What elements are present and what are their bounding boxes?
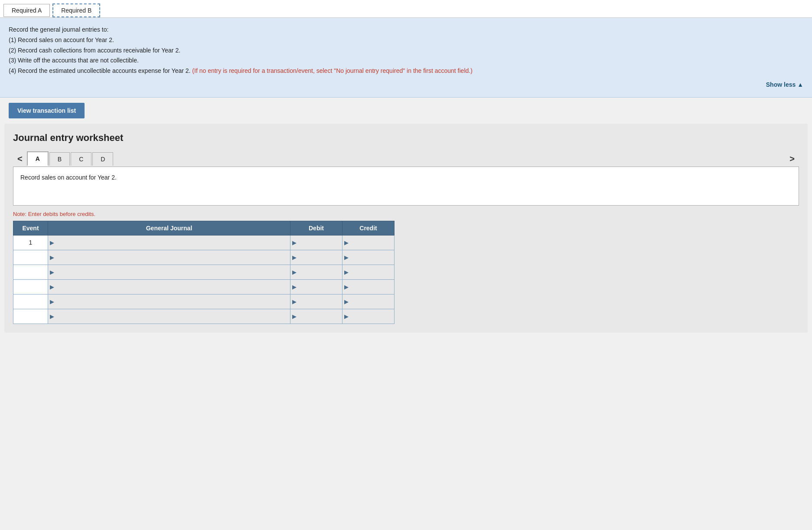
table-row: ▶▶▶ <box>13 250 395 265</box>
instruction-item-2: (2) Record cash collections from account… <box>9 46 803 56</box>
credit-arrow-icon: ▶ <box>342 269 349 275</box>
cell-journal[interactable]: ▶ <box>48 309 290 324</box>
cell-event <box>13 265 48 279</box>
journal-arrow-icon: ▶ <box>48 284 54 290</box>
credit-input[interactable] <box>349 309 394 324</box>
cell-credit[interactable]: ▶ <box>342 279 395 294</box>
credit-arrow-icon: ▶ <box>342 313 349 320</box>
credit-input[interactable] <box>349 250 394 265</box>
debit-arrow-icon: ▶ <box>290 284 297 290</box>
debit-arrow-icon: ▶ <box>290 313 297 320</box>
col-general-journal: General Journal <box>48 221 290 235</box>
cell-debit[interactable]: ▶ <box>290 265 342 279</box>
cell-credit[interactable]: ▶ <box>342 250 395 265</box>
cell-event: 1 <box>13 235 48 250</box>
journal-arrow-icon: ▶ <box>48 269 54 275</box>
credit-input[interactable] <box>349 294 394 309</box>
instruction-red-note: (If no entry is required for a transacti… <box>192 67 472 74</box>
debit-arrow-icon: ▶ <box>290 254 297 261</box>
tab-required-b[interactable]: Required B <box>52 3 100 17</box>
view-transaction-button[interactable]: View transaction list <box>9 103 85 118</box>
credit-input[interactable] <box>349 265 394 279</box>
credit-input[interactable] <box>349 280 394 294</box>
cell-debit[interactable]: ▶ <box>290 250 342 265</box>
cell-journal[interactable]: ▶ <box>48 235 290 250</box>
journal-input[interactable] <box>54 236 290 250</box>
debit-input[interactable] <box>297 280 342 294</box>
cell-journal[interactable]: ▶ <box>48 279 290 294</box>
worksheet-container: Journal entry worksheet < A B C D > Reco… <box>4 124 808 333</box>
entry-tab-a[interactable]: A <box>27 151 49 166</box>
credit-input[interactable] <box>349 236 394 250</box>
debit-arrow-icon: ▶ <box>290 298 297 305</box>
table-header-row: Event General Journal Debit Credit <box>13 221 395 235</box>
credit-arrow-icon: ▶ <box>342 254 349 261</box>
col-debit: Debit <box>290 221 342 235</box>
cell-event <box>13 309 48 324</box>
debit-arrow-icon: ▶ <box>290 269 297 275</box>
cell-debit[interactable]: ▶ <box>290 235 342 250</box>
credit-arrow-icon: ▶ <box>342 239 349 246</box>
journal-arrow-icon: ▶ <box>48 254 54 261</box>
debit-input[interactable] <box>297 250 342 265</box>
table-row: ▶▶▶ <box>13 279 395 294</box>
entry-tabs-row: < A B C D > <box>13 151 799 167</box>
entry-tab-d[interactable]: D <box>92 152 113 166</box>
table-row: 1▶▶▶ <box>13 235 395 250</box>
cell-event <box>13 294 48 309</box>
cell-journal[interactable]: ▶ <box>48 265 290 279</box>
table-row: ▶▶▶ <box>13 265 395 279</box>
show-less-area: Show less ▲ <box>9 80 803 90</box>
cell-event <box>13 279 48 294</box>
cell-credit[interactable]: ▶ <box>342 294 395 309</box>
journal-input[interactable] <box>54 265 290 279</box>
action-bar: View transaction list <box>0 98 812 124</box>
instruction-item-3: (3) Write off the accounts that are not … <box>9 56 803 66</box>
cell-credit[interactable]: ▶ <box>342 265 395 279</box>
credit-arrow-icon: ▶ <box>342 284 349 290</box>
debit-input[interactable] <box>297 236 342 250</box>
journal-table: Event General Journal Debit Credit 1▶▶▶▶… <box>13 221 395 324</box>
instruction-box: Record the general journal entries to: (… <box>0 18 812 98</box>
cell-event <box>13 250 48 265</box>
col-event: Event <box>13 221 48 235</box>
credit-arrow-icon: ▶ <box>342 298 349 305</box>
instruction-item-4-text: (4) Record the estimated uncollectible a… <box>9 67 190 74</box>
journal-input[interactable] <box>54 294 290 309</box>
debit-arrow-icon: ▶ <box>290 239 297 246</box>
entry-tab-c[interactable]: C <box>71 152 91 166</box>
debit-input[interactable] <box>297 265 342 279</box>
cell-journal[interactable]: ▶ <box>48 294 290 309</box>
show-less-link[interactable]: Show less ▲ <box>766 81 803 88</box>
instruction-item-4: (4) Record the estimated uncollectible a… <box>9 66 803 76</box>
instruction-item-1: (1) Record sales on account for Year 2. <box>9 35 803 46</box>
tab-required-a[interactable]: Required A <box>3 4 50 17</box>
cell-credit[interactable]: ▶ <box>342 235 395 250</box>
table-row: ▶▶▶ <box>13 309 395 324</box>
journal-arrow-icon: ▶ <box>48 239 54 246</box>
instruction-title: Record the general journal entries to: <box>9 25 803 35</box>
table-row: ▶▶▶ <box>13 294 395 309</box>
entry-tab-b[interactable]: B <box>49 152 70 166</box>
cell-debit[interactable]: ▶ <box>290 279 342 294</box>
cell-credit[interactable]: ▶ <box>342 309 395 324</box>
prev-entry-button[interactable]: < <box>13 151 27 167</box>
cell-journal[interactable]: ▶ <box>48 250 290 265</box>
worksheet-title: Journal entry worksheet <box>13 132 799 144</box>
journal-input[interactable] <box>54 250 290 265</box>
debit-input[interactable] <box>297 309 342 324</box>
top-tabs: Required A Required B <box>0 0 812 18</box>
journal-arrow-icon: ▶ <box>48 298 54 305</box>
col-credit: Credit <box>342 221 395 235</box>
description-box: Record sales on account for Year 2. <box>13 167 799 206</box>
journal-input[interactable] <box>54 280 290 294</box>
cell-debit[interactable]: ▶ <box>290 294 342 309</box>
note-text: Note: Enter debits before credits. <box>13 211 799 217</box>
cell-debit[interactable]: ▶ <box>290 309 342 324</box>
next-entry-button[interactable]: > <box>785 151 799 167</box>
journal-input[interactable] <box>54 309 290 324</box>
journal-arrow-icon: ▶ <box>48 313 54 320</box>
debit-input[interactable] <box>297 294 342 309</box>
